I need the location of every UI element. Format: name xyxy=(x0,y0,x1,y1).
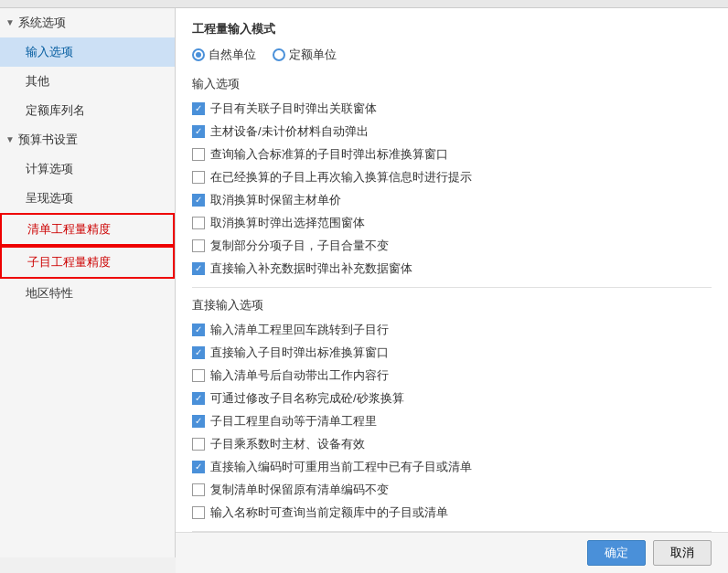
checkbox-item-direct-input-popup[interactable]: 直接输入子目时弹出标准换算窗口 xyxy=(192,344,712,362)
checkbox-item-modify-name-complete[interactable]: 可通过修改子目名称完成砼/砂浆换算 xyxy=(192,389,712,408)
checkbox-direct-input-supplement xyxy=(192,262,205,275)
checkbox-label-bill-input-work-content: 输入清单号后自动带出工作内容行 xyxy=(210,366,389,385)
checkbox-label-direct-input-popup: 直接输入子目时弹出标准换算窗口 xyxy=(210,344,389,362)
checkbox-label-modify-name-complete: 可通过修改子目名称完成砼/砂浆换算 xyxy=(210,389,404,408)
checkbox-modify-name-complete xyxy=(192,392,205,405)
sidebar-item-item-precision[interactable]: 子目工程量精度 xyxy=(0,246,175,279)
radio-circle-quota-unit xyxy=(273,48,285,61)
checkbox-item-material-popup[interactable]: 主材设备/未计价材料自动弹出 xyxy=(192,122,712,141)
checkbox-item-quota-query-popup[interactable]: 查询输入合标准算的子目时弹出标准换算窗口 xyxy=(192,145,712,164)
checkbox-child-popup xyxy=(192,102,205,115)
checkbox-label-copy-bill-keep-code: 复制清单时保留原有清单编码不变 xyxy=(210,481,389,499)
checkbox-label-multiply-coeff-valid: 子目乘系数时主材、设备有效 xyxy=(210,435,365,453)
checkbox-item-bill-return-child[interactable]: 输入清单工程里回车跳转到子目行 xyxy=(192,321,712,339)
sidebar-item-calc-options[interactable]: 计算选项 xyxy=(0,154,175,184)
sidebar-item-system[interactable]: ▼系统选项 xyxy=(0,8,175,37)
checkbox-label-direct-input-reuse: 直接输入编码时可重用当前工程中已有子目或清单 xyxy=(210,458,472,476)
checkbox-item-copy-bill-keep-code[interactable]: 复制清单时保留原有清单编码不变 xyxy=(192,481,712,499)
radio-label-quota-unit: 定额单位 xyxy=(289,47,337,63)
mode-radio-group: 自然单位定额单位 xyxy=(192,47,712,63)
checkbox-item-bill-input-work-content[interactable]: 输入清单号后自动带出工作内容行 xyxy=(192,366,712,385)
checkbox-bill-return-child xyxy=(192,324,205,336)
checkbox-item-cancel-exchange-range-popup[interactable]: 取消换算时弹出选择范围窗体 xyxy=(192,214,712,232)
mode-title: 工程量输入模式 xyxy=(192,21,712,37)
checkbox-label-child-popup: 子目有关联子目时弹出关联窗体 xyxy=(210,100,377,118)
sidebar: ▼系统选项输入选项其他定额库列名▼预算书设置计算选项呈现选项清单工程量精度子目工… xyxy=(0,8,176,557)
checkbox-label-material-popup: 主材设备/未计价材料自动弹出 xyxy=(210,122,369,141)
checkbox-label-re-exchange-hint: 在已经换算的子目上再次输入换算信息时进行提示 xyxy=(210,168,472,186)
direct-input-section: 直接输入选项输入清单工程里回车跳转到子目行直接输入子目时弹出标准换算窗口输入清单… xyxy=(192,297,712,522)
cancel-button[interactable]: 取消 xyxy=(653,540,712,566)
input-checkbox-list: 子目有关联子目时弹出关联窗体主材设备/未计价材料自动弹出查询输入合标准算的子目时… xyxy=(192,100,712,278)
title-bar xyxy=(0,0,728,8)
checkbox-direct-input-popup xyxy=(192,346,205,359)
checkbox-label-direct-input-supplement: 直接输入补充数据时弹出补充数据窗体 xyxy=(210,260,412,278)
checkbox-label-input-name-query: 输入名称时可查询当前定额库中的子目或清单 xyxy=(210,504,448,522)
checkbox-label-quota-query-popup: 查询输入合标准算的子目时弹出标准换算窗口 xyxy=(210,145,448,164)
arrow-icon-2: ▼ xyxy=(5,130,15,150)
checkbox-cancel-exchange-range-popup xyxy=(192,217,205,229)
content-area: 工程量输入模式自然单位定额单位输入选项子目有关联子目时弹出关联窗体主材设备/未计… xyxy=(176,8,728,557)
checkbox-item-re-exchange-hint[interactable]: 在已经换算的子目上再次输入换算信息时进行提示 xyxy=(192,168,712,186)
sidebar-item-display-options[interactable]: 呈现选项 xyxy=(0,184,175,213)
checkbox-material-popup xyxy=(192,125,205,138)
sidebar-item-budget-settings[interactable]: ▼预算书设置 xyxy=(0,125,175,154)
radio-quota-unit[interactable]: 定额单位 xyxy=(273,47,337,63)
radio-circle-natural-unit xyxy=(192,48,205,61)
bottom-bar: 确定 取消 xyxy=(176,532,728,573)
checkbox-item-copy-partial-child[interactable]: 复制部分分项子目，子目合量不变 xyxy=(192,237,712,255)
input-section-title: 输入选项 xyxy=(192,76,712,92)
checkbox-item-child-popup[interactable]: 子目有关联子目时弹出关联窗体 xyxy=(192,100,712,118)
input-section: 输入选项子目有关联子目时弹出关联窗体主材设备/未计价材料自动弹出查询输入合标准算… xyxy=(192,76,712,278)
checkbox-item-direct-input-reuse[interactable]: 直接输入编码时可重用当前工程中已有子目或清单 xyxy=(192,458,712,476)
sidebar-item-input-options[interactable]: 输入选项 xyxy=(0,37,175,67)
sidebar-item-region-props[interactable]: 地区特性 xyxy=(0,279,175,308)
checkbox-item-direct-input-supplement[interactable]: 直接输入补充数据时弹出补充数据窗体 xyxy=(192,260,712,278)
arrow-icon: ▼ xyxy=(5,13,15,33)
sidebar-item-other[interactable]: 其他 xyxy=(0,67,175,96)
checkbox-cancel-exchange-keep-price xyxy=(192,194,205,207)
direct-input-checkbox-list: 输入清单工程里回车跳转到子目行直接输入子目时弹出标准换算窗口输入清单号后自动带出… xyxy=(192,321,712,522)
checkbox-re-exchange-hint xyxy=(192,171,205,184)
sidebar-item-bill-precision[interactable]: 清单工程量精度 xyxy=(0,213,175,246)
sidebar-item-quota-column-name[interactable]: 定额库列名 xyxy=(0,96,175,125)
checkbox-label-child-auto-to-bill: 子目工程里自动等于清单工程里 xyxy=(210,412,377,430)
checkbox-quota-query-popup xyxy=(192,148,205,161)
checkbox-item-multiply-coeff-valid[interactable]: 子目乘系数时主材、设备有效 xyxy=(192,435,712,453)
checkbox-direct-input-reuse xyxy=(192,461,205,473)
checkbox-copy-bill-keep-code xyxy=(192,483,205,496)
checkbox-item-input-name-query[interactable]: 输入名称时可查询当前定额库中的子目或清单 xyxy=(192,504,712,522)
checkbox-input-name-query xyxy=(192,506,205,519)
checkbox-item-child-auto-to-bill[interactable]: 子目工程里自动等于清单工程里 xyxy=(192,412,712,430)
radio-label-natural-unit: 自然单位 xyxy=(209,47,256,63)
checkbox-label-cancel-exchange-range-popup: 取消换算时弹出选择范围窗体 xyxy=(210,214,365,232)
checkbox-label-cancel-exchange-keep-price: 取消换算时保留主材单价 xyxy=(210,191,341,209)
checkbox-multiply-coeff-valid xyxy=(192,438,205,451)
mode-section: 工程量输入模式自然单位定额单位 xyxy=(192,21,712,63)
radio-natural-unit[interactable]: 自然单位 xyxy=(192,47,256,63)
checkbox-label-bill-return-child: 输入清单工程里回车跳转到子目行 xyxy=(210,321,389,339)
main-container: ▼系统选项输入选项其他定额库列名▼预算书设置计算选项呈现选项清单工程量精度子目工… xyxy=(0,8,728,557)
checkbox-item-cancel-exchange-keep-price[interactable]: 取消换算时保留主材单价 xyxy=(192,191,712,209)
checkbox-bill-input-work-content xyxy=(192,369,205,382)
checkbox-child-auto-to-bill xyxy=(192,415,205,428)
direct-input-title: 直接输入选项 xyxy=(192,297,712,313)
checkbox-label-copy-partial-child: 复制部分分项子目，子目合量不变 xyxy=(210,237,389,255)
checkbox-copy-partial-child xyxy=(192,239,205,252)
ok-button[interactable]: 确定 xyxy=(587,540,646,566)
